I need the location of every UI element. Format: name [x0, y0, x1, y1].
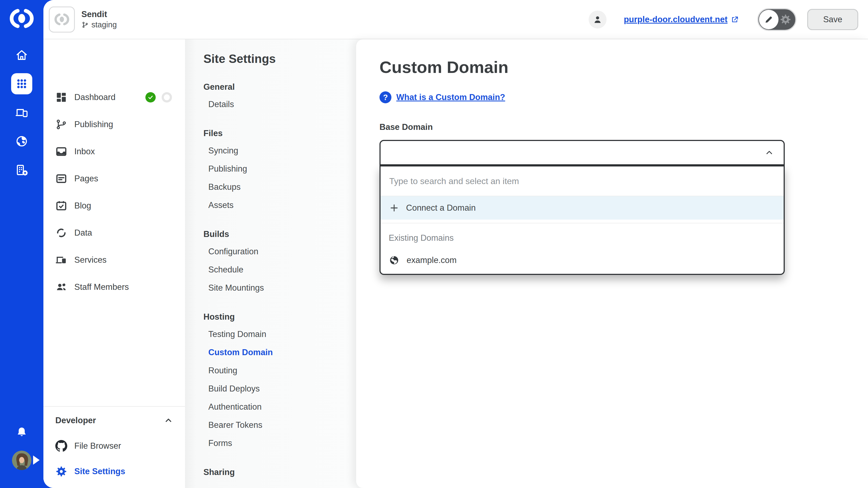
nav-item-services[interactable]: Services — [43, 247, 185, 273]
editor-mode-toggle[interactable] — [757, 8, 796, 31]
preview-url-link[interactable]: purple-door.cloudvent.net — [624, 14, 739, 24]
settings-item-publishing[interactable]: Publishing — [204, 160, 356, 178]
settings-group-files: Files Syncing Publishing Backups Assets — [204, 125, 356, 214]
base-domain-select[interactable] — [379, 140, 785, 165]
pages-icon — [55, 173, 67, 185]
dropdown-divider — [380, 220, 784, 223]
settings-item-authentication[interactable]: Authentication — [204, 398, 356, 416]
nav-label: Pages — [74, 174, 98, 184]
page-title: Custom Domain — [379, 57, 868, 78]
nav-item-pages[interactable]: Pages — [43, 165, 185, 192]
external-link-icon — [731, 15, 739, 24]
sync-circle-icon — [55, 227, 67, 239]
empty-circle-icon — [162, 92, 172, 102]
dashboard-icon — [55, 91, 67, 103]
nav-item-dashboard[interactable]: Dashboard — [43, 84, 185, 111]
question-circle-icon: ? — [379, 91, 392, 103]
settings-item-site-mountings[interactable]: Site Mountings — [204, 279, 356, 297]
cloudcannon-app: { "colors": { "rail_blue": "#0d46e0", "l… — [0, 0, 868, 488]
settings-group-hosting: Hosting Testing Domain Custom Domain Rou… — [204, 309, 356, 452]
save-button[interactable]: Save — [807, 9, 858, 30]
site-settings-nav: Site Settings General Details Files Sync… — [185, 39, 356, 488]
globe-icon[interactable] — [11, 131, 32, 152]
settings-group-sharing: Sharing — [204, 464, 356, 480]
nav-label: Blog — [74, 201, 91, 210]
settings-title: Site Settings — [204, 51, 356, 67]
bell-icon[interactable] — [16, 426, 28, 438]
app-rail — [0, 0, 43, 488]
github-icon — [55, 440, 67, 452]
dropdown-search-row — [380, 166, 784, 196]
connect-domain-label: Connect a Domain — [406, 203, 476, 213]
topbar: Sendit staging purple-door.cloudvent.net — [43, 0, 868, 39]
developer-section: Developer File Browser — [43, 406, 185, 488]
gear-icon — [780, 13, 792, 26]
organization-icon[interactable] — [11, 159, 32, 181]
user-icon[interactable] — [589, 10, 607, 29]
laptop-card-icon — [55, 254, 67, 266]
main-nav: Dashboard Publishing — [43, 39, 185, 488]
home-icon[interactable] — [11, 44, 32, 66]
base-domain-dropdown: Connect a Domain Existing Domains exampl… — [379, 165, 785, 275]
nav-label: Dashboard — [74, 93, 116, 102]
existing-domains-label: Existing Domains — [380, 223, 784, 247]
topbar-right: purple-door.cloudvent.net — [589, 8, 858, 31]
domain-option-example-com[interactable]: example.com — [380, 247, 784, 274]
settings-item-bearer-tokens[interactable]: Bearer Tokens — [204, 416, 356, 434]
group-label: Sharing — [204, 464, 356, 480]
nav-item-site-settings[interactable]: Site Settings — [43, 459, 185, 484]
git-branch-icon — [55, 119, 67, 130]
settings-item-schedule[interactable]: Schedule — [204, 261, 356, 279]
settings-item-forms[interactable]: Forms — [204, 434, 356, 452]
branch-row: staging — [82, 21, 117, 29]
settings-item-testing-domain[interactable]: Testing Domain — [204, 325, 356, 343]
nav-label: Publishing — [74, 120, 113, 129]
settings-item-details[interactable]: Details — [204, 95, 356, 113]
settings-item-backups[interactable]: Backups — [204, 178, 356, 196]
settings-item-assets[interactable]: Assets — [204, 196, 356, 214]
chevron-up-icon — [764, 148, 774, 158]
settings-item-custom-domain[interactable]: Custom Domain — [204, 343, 356, 361]
nav-item-publishing[interactable]: Publishing — [43, 111, 185, 138]
nav-label: Site Settings — [74, 466, 125, 476]
gear-icon — [55, 465, 67, 478]
nav-label: Data — [74, 228, 92, 238]
chevron-up-icon — [164, 416, 173, 425]
settings-group-general: General Details — [204, 79, 356, 113]
connect-domain-option[interactable]: Connect a Domain — [380, 196, 784, 220]
settings-item-configuration[interactable]: Configuration — [204, 242, 356, 261]
developer-section-header[interactable]: Developer — [43, 408, 185, 433]
help-row: ? What is a Custom Domain? — [379, 90, 868, 105]
site-name: Sendit — [82, 10, 117, 19]
content-panel: Custom Domain ? What is a Custom Domain?… — [356, 39, 868, 488]
group-label: Builds — [204, 226, 356, 242]
calendar-check-icon — [55, 200, 67, 212]
apps-grid-icon[interactable] — [11, 73, 32, 94]
nav-label: Inbox — [74, 147, 95, 156]
app-panel: Sendit staging purple-door.cloudvent.net — [43, 0, 868, 488]
nav-item-file-browser[interactable]: File Browser — [43, 433, 185, 459]
nav-item-staff-members[interactable]: Staff Members — [43, 273, 185, 301]
cloudcannon-logo[interactable] — [9, 8, 34, 29]
settings-group-builds: Builds Configuration Schedule Site Mount… — [204, 226, 356, 297]
base-domain-label: Base Domain — [379, 122, 868, 133]
nav-item-inbox[interactable]: Inbox — [43, 138, 185, 165]
nav-item-data[interactable]: Data — [43, 219, 185, 247]
settings-item-routing[interactable]: Routing — [204, 361, 356, 380]
site-logo[interactable] — [49, 6, 75, 33]
git-branch-icon — [82, 21, 89, 29]
nav-item-blog[interactable]: Blog — [43, 192, 185, 219]
help-link[interactable]: What is a Custom Domain? — [396, 93, 505, 102]
branch-name: staging — [91, 21, 117, 29]
columns: Dashboard Publishing — [43, 39, 868, 488]
people-icon — [55, 281, 67, 293]
devices-icon[interactable] — [11, 102, 32, 123]
inbox-icon — [55, 145, 67, 158]
preview-url-text: purple-door.cloudvent.net — [624, 14, 727, 24]
domain-search-input[interactable] — [389, 176, 775, 187]
settings-item-build-deploys[interactable]: Build Deploys — [204, 380, 356, 398]
expand-arrow-icon[interactable] — [33, 455, 40, 465]
settings-item-syncing[interactable]: Syncing — [204, 141, 356, 160]
nav-label: Services — [74, 255, 106, 265]
user-avatar[interactable] — [12, 451, 31, 470]
